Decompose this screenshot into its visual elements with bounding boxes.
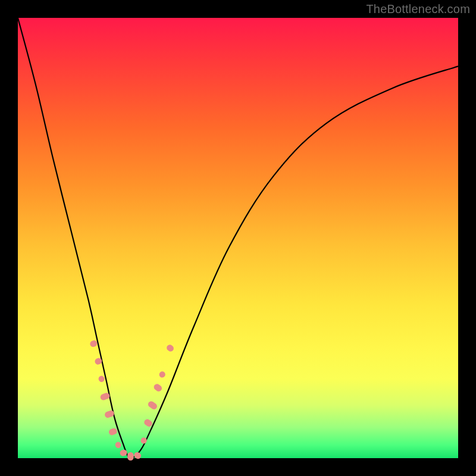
plot-area bbox=[18, 18, 458, 458]
curve-marker bbox=[98, 375, 105, 383]
chart-svg bbox=[18, 18, 458, 458]
bottleneck-curve bbox=[18, 18, 458, 459]
marker-group bbox=[89, 340, 175, 461]
curve-marker bbox=[127, 452, 133, 461]
curve-marker bbox=[158, 370, 167, 378]
chart-frame: TheBottleneck.com bbox=[0, 0, 476, 476]
curve-marker bbox=[153, 383, 163, 393]
curve-marker bbox=[147, 400, 158, 411]
curve-marker bbox=[165, 343, 175, 352]
curve-marker bbox=[114, 441, 122, 449]
curve-marker bbox=[119, 449, 128, 457]
curve-marker bbox=[89, 340, 98, 348]
curve-marker bbox=[108, 427, 118, 436]
curve-marker bbox=[133, 451, 142, 460]
watermark-text: TheBottleneck.com bbox=[366, 2, 470, 16]
